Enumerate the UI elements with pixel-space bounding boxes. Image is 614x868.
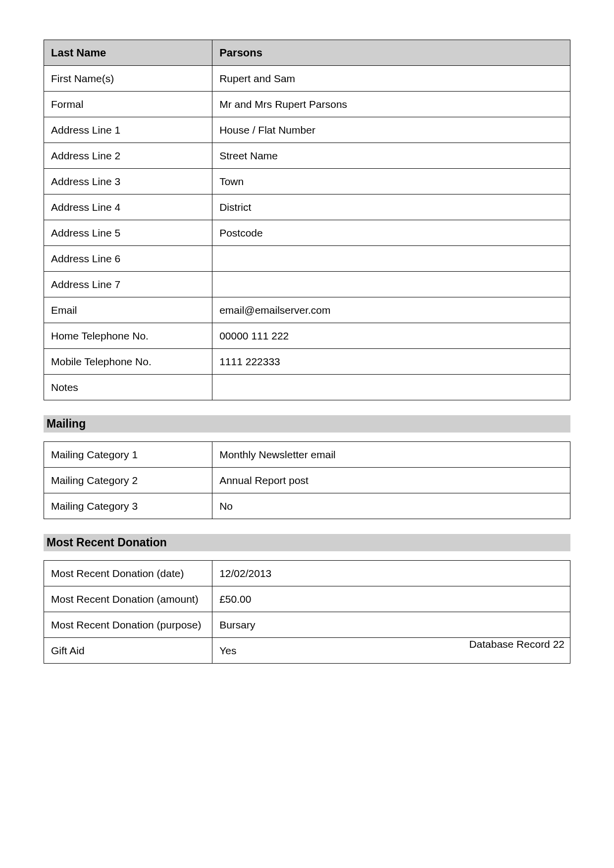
table-row: Mailing Category 2Annual Report post [44, 468, 570, 493]
row-value: Mr and Mrs Rupert Parsons [212, 92, 570, 117]
row-value [212, 375, 570, 400]
row-label: Most Recent Donation (purpose) [44, 612, 212, 638]
row-label: Notes [44, 375, 212, 400]
mailing-table: Mailing Category 1Monthly Newsletter ema… [44, 441, 570, 519]
table-row: Mailing Category 1Monthly Newsletter ema… [44, 442, 570, 468]
row-value: Annual Report post [212, 468, 570, 493]
table-row: Address Line 1House / Flat Number [44, 117, 570, 143]
row-value: email@emailserver.com [212, 297, 570, 323]
row-value: 12/02/2013 [212, 561, 570, 586]
table-row: Address Line 5Postcode [44, 220, 570, 246]
row-label: Formal [44, 92, 212, 117]
mailing-heading: Mailing [44, 415, 570, 433]
table-row: FormalMr and Mrs Rupert Parsons [44, 92, 570, 117]
row-value: 00000 111 222 [212, 323, 570, 349]
row-value: Bursary [212, 612, 570, 638]
row-value: District [212, 194, 570, 220]
row-label: Most Recent Donation (amount) [44, 586, 212, 612]
row-label: Address Line 3 [44, 169, 212, 194]
table-row: Address Line 2Street Name [44, 143, 570, 169]
table-row: First Name(s)Rupert and Sam [44, 66, 570, 92]
table-row: Home Telephone No.00000 111 222 [44, 323, 570, 349]
row-value: Rupert and Sam [212, 66, 570, 92]
row-label: Address Line 2 [44, 143, 212, 169]
contact-header-label: Last Name [44, 40, 212, 66]
footer-text: Database Record 22 [469, 638, 564, 650]
contact-table: Last Name Parsons First Name(s)Rupert an… [44, 40, 570, 400]
table-row: Notes [44, 375, 570, 400]
row-label: Mobile Telephone No. [44, 349, 212, 375]
row-label: Mailing Category 1 [44, 442, 212, 468]
row-value: £50.00 [212, 586, 570, 612]
row-value [212, 246, 570, 272]
row-label: Address Line 1 [44, 117, 212, 143]
row-label: Address Line 6 [44, 246, 212, 272]
row-value [212, 272, 570, 297]
table-row: Most Recent Donation (amount)£50.00 [44, 586, 570, 612]
donation-heading: Most Recent Donation [44, 534, 570, 551]
row-label: Address Line 4 [44, 194, 212, 220]
row-label: First Name(s) [44, 66, 212, 92]
row-value: Town [212, 169, 570, 194]
table-row: Address Line 7 [44, 272, 570, 297]
row-value: No [212, 493, 570, 519]
row-value: Monthly Newsletter email [212, 442, 570, 468]
row-label: Email [44, 297, 212, 323]
row-label: Most Recent Donation (date) [44, 561, 212, 586]
table-row: Address Line 6 [44, 246, 570, 272]
row-label: Address Line 5 [44, 220, 212, 246]
row-label: Home Telephone No. [44, 323, 212, 349]
table-row: Mobile Telephone No.1111 222333 [44, 349, 570, 375]
table-row: Most Recent Donation (purpose)Bursary [44, 612, 570, 638]
table-row: Most Recent Donation (date)12/02/2013 [44, 561, 570, 586]
row-label: Gift Aid [44, 638, 212, 664]
table-row: Mailing Category 3No [44, 493, 570, 519]
table-row: Emailemail@emailserver.com [44, 297, 570, 323]
table-row: Address Line 3Town [44, 169, 570, 194]
contact-header-value: Parsons [212, 40, 570, 66]
row-label: Address Line 7 [44, 272, 212, 297]
row-value: 1111 222333 [212, 349, 570, 375]
row-value: House / Flat Number [212, 117, 570, 143]
row-label: Mailing Category 3 [44, 493, 212, 519]
row-label: Mailing Category 2 [44, 468, 212, 493]
row-value: Street Name [212, 143, 570, 169]
table-row: Address Line 4District [44, 194, 570, 220]
row-value: Postcode [212, 220, 570, 246]
